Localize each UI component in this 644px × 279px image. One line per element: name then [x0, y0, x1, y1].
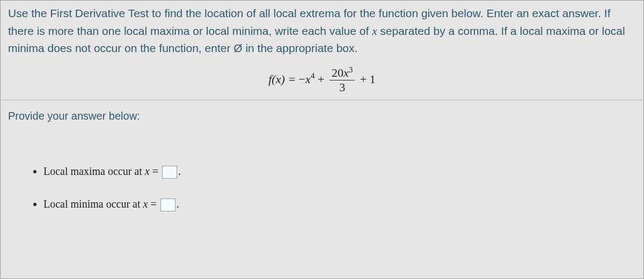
formula-plus2: + 1 — [357, 72, 375, 85]
instruction-text-4: minima does not occur on the function, e… — [8, 42, 357, 54]
frac-num-var: x — [343, 66, 349, 79]
answer-prompt: Provide your answer below: — [1, 100, 643, 122]
formula-fraction: 20x33 — [330, 66, 355, 94]
instruction-text-2: there is more than one local maxima or l… — [8, 25, 372, 37]
frac-den: 3 — [330, 80, 355, 94]
answer-list: Local maxima occur at x = . Local minima… — [1, 133, 643, 212]
local-maxima-item: Local maxima occur at x = . — [43, 165, 643, 179]
maxima-label: Local maxima occur at — [43, 165, 145, 177]
minima-label: Local minima occur at — [43, 198, 143, 210]
maxima-input[interactable] — [162, 166, 177, 179]
frac-num-coeff: 20 — [332, 66, 343, 79]
frac-num-exp: 3 — [349, 64, 353, 74]
instruction-text-3: separated by a comma. If a local maxima … — [377, 25, 625, 37]
formula-neg: − — [299, 72, 305, 85]
formula-x4: x — [305, 72, 311, 85]
question-instructions: Use the First Derivative Test to find th… — [8, 5, 636, 57]
local-minima-item: Local minima occur at x = . — [43, 198, 643, 211]
minima-eq: = — [148, 198, 159, 210]
formula-lhs: f(x) = — [268, 72, 298, 85]
maxima-eq: = — [150, 165, 161, 177]
maxima-x: x — [145, 165, 150, 177]
minima-period: . — [177, 198, 179, 210]
minima-input[interactable] — [160, 199, 175, 211]
formula-plus1: + — [314, 72, 327, 85]
function-formula: f(x) = −x4 + 20x33 + 1 — [8, 66, 636, 94]
maxima-period: . — [178, 165, 181, 177]
instruction-text-1: Use the First Derivative Test to find th… — [8, 7, 611, 19]
